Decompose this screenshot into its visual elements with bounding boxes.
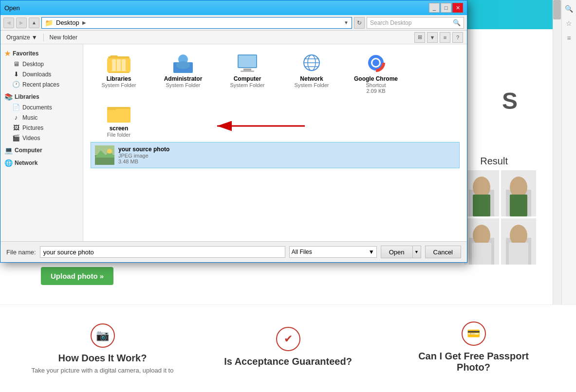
camera-icon: 📷 <box>91 323 115 348</box>
sidebar-item-downloads[interactable]: ⬇ Downloads <box>0 69 83 79</box>
dialog-bottom-bar: File name: All Files ▼ Open ▼ Cancel <box>0 241 467 262</box>
result-photo-4 <box>501 218 536 265</box>
desktop-icon: 🖥 <box>12 60 20 68</box>
card-icon: 💳 <box>462 321 486 346</box>
view-tiles-button[interactable]: ⊞ <box>414 32 425 43</box>
computer-file-icon <box>236 51 259 74</box>
filetype-dropdown-icon: ▼ <box>369 249 374 255</box>
dialog-title: Open <box>4 4 20 12</box>
result-photo-1 <box>464 170 499 216</box>
upload-photo-button[interactable]: Upload photo » <box>41 267 113 285</box>
svg-point-38 <box>372 59 379 66</box>
open-button[interactable]: Open <box>381 246 412 258</box>
address-box[interactable]: 📁 Desktop ▶ ▼ <box>41 17 352 29</box>
help-button[interactable]: ? <box>452 32 463 43</box>
maximize-button[interactable]: □ <box>441 3 451 13</box>
selected-file-type: JPEG image <box>118 153 169 159</box>
file-item-network[interactable]: Network System Folder <box>280 48 343 97</box>
up-button[interactable]: ▲ <box>29 18 39 28</box>
refresh-button[interactable]: ↻ <box>354 17 365 29</box>
open-dropdown-button[interactable]: ▼ <box>412 246 421 258</box>
organize-label: Organize <box>6 34 30 41</box>
address-bar: ◀ ▶ ▲ 📁 Desktop ▶ ▼ ↻ Search Desktop 🔍 <box>0 15 467 31</box>
search-icon[interactable]: 🔍 <box>564 5 574 15</box>
how-item-3: 💳 Can I Get Free Passport Photo? <box>401 321 547 376</box>
svg-rect-3 <box>473 195 490 216</box>
new-folder-button[interactable]: New folder <box>48 33 79 42</box>
filetype-select[interactable]: All Files ▼ <box>289 246 377 258</box>
file-item-chrome[interactable]: Google Chrome Shortcut 2.09 KB <box>344 48 408 97</box>
scrollbar-thumb[interactable] <box>553 0 561 19</box>
folder-icon: 📁 <box>45 19 53 27</box>
svg-point-45 <box>107 149 112 154</box>
menu-icon[interactable]: ≡ <box>564 34 574 44</box>
view-dropdown-button[interactable]: ▼ <box>427 32 438 43</box>
star-icon[interactable]: ☆ <box>564 19 574 29</box>
view-details-button[interactable]: ≡ <box>440 32 450 43</box>
svg-rect-28 <box>243 69 251 71</box>
file-item-screen[interactable]: screen File folder <box>87 98 150 141</box>
address-text: Desktop <box>56 19 79 26</box>
cancel-button[interactable]: Cancel <box>425 246 461 258</box>
forward-button[interactable]: ▶ <box>16 18 27 28</box>
sidebar-libraries-header: 📚 Libraries <box>0 91 83 102</box>
svg-rect-7 <box>510 195 527 216</box>
dialog-sidebar: ★ Favorites 🖥 Desktop ⬇ Downloads 🕐 Rece… <box>0 44 83 241</box>
videos-icon: 🎬 <box>12 134 20 142</box>
sidebar-network-header[interactable]: 🌐 Network <box>0 158 83 168</box>
checkmark-icon: ✔ <box>276 327 300 351</box>
close-button[interactable]: ✕ <box>452 3 463 13</box>
how-title-1: How Does It Work? <box>58 353 147 364</box>
pictures-icon: 🖼 <box>12 124 20 131</box>
selected-file-row[interactable]: your source photo JPEG image 3.48 MB <box>91 143 459 168</box>
screen-folder-icon <box>107 101 130 124</box>
libraries-folder-icon <box>107 51 130 74</box>
file-computer-meta: System Folder <box>230 82 265 88</box>
svg-rect-41 <box>107 107 116 110</box>
sidebar-item-desktop[interactable]: 🖥 Desktop <box>0 59 83 69</box>
sidebar-desktop-label: Desktop <box>22 61 44 68</box>
dialog-titlebar: Open _ □ ✕ <box>0 0 467 15</box>
sidebar-item-pictures[interactable]: 🖼 Pictures <box>0 123 83 133</box>
filetype-value: All Files <box>292 249 312 255</box>
sidebar-item-music[interactable]: ♪ Music <box>0 112 83 123</box>
star-icon: ★ <box>4 50 11 57</box>
sidebar-item-recent[interactable]: 🕐 Recent places <box>0 79 83 89</box>
file-screen-meta: File folder <box>107 132 130 138</box>
file-administrator-name: Administrator <box>164 75 203 82</box>
file-chrome-size: 2.09 KB <box>366 88 385 94</box>
toolbar-right: ⊞ ▼ ≡ ? <box>414 32 463 43</box>
file-item-libraries[interactable]: Libraries System Folder <box>87 48 150 97</box>
sidebar-documents-label: Documents <box>22 104 52 111</box>
svg-rect-27 <box>239 55 256 67</box>
organize-button[interactable]: Organize ▼ <box>4 33 39 42</box>
network-icon: 🌐 <box>4 159 13 167</box>
file-item-administrator[interactable]: Administrator System Folder <box>151 48 215 97</box>
svg-rect-22 <box>122 59 126 71</box>
how-item-1: 📷 How Does It Work? Take your picture wi… <box>30 323 176 374</box>
svg-rect-21 <box>117 59 121 71</box>
svg-rect-11 <box>472 243 491 265</box>
svg-rect-40 <box>107 109 130 123</box>
window-controls: _ □ ✕ <box>429 3 463 13</box>
result-photos <box>464 170 542 265</box>
selected-file-name: your source photo <box>118 146 169 153</box>
page-title: S <box>502 88 518 114</box>
sidebar-item-documents[interactable]: 📄 Documents <box>0 102 83 112</box>
network-label: Network <box>15 160 37 166</box>
sidebar-pictures-label: Pictures <box>22 125 43 131</box>
how-section: 📷 How Does It Work? Take your picture wi… <box>0 304 576 392</box>
search-icon[interactable]: 🔍 <box>453 19 461 26</box>
sidebar-computer-header: 💻 Computer <box>0 145 83 156</box>
filename-input[interactable] <box>40 246 285 258</box>
file-chrome-meta: Shortcut <box>366 82 386 88</box>
sidebar-item-videos[interactable]: 🎬 Videos <box>0 133 83 143</box>
file-item-computer[interactable]: Computer System Folder <box>216 48 279 97</box>
administrator-icon <box>171 51 195 74</box>
minimize-button[interactable]: _ <box>429 3 440 13</box>
network-file-icon <box>300 51 323 74</box>
back-button[interactable]: ◀ <box>3 18 14 28</box>
sidebar-favorites-section: ★ Favorites 🖥 Desktop ⬇ Downloads 🕐 Rece… <box>0 48 83 89</box>
how-item-2: ✔ Is Acceptance Guaranteed? <box>215 327 361 370</box>
address-dropdown-icon[interactable]: ▼ <box>344 20 349 25</box>
